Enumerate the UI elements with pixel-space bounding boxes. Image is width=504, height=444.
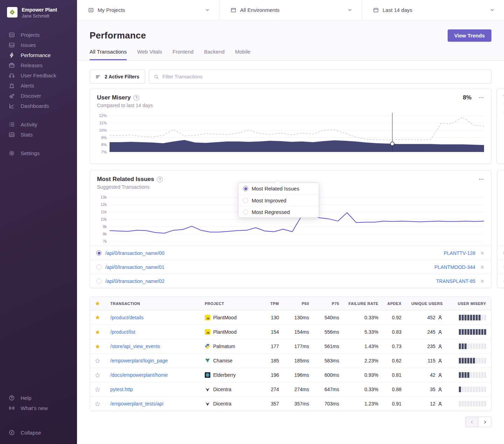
selector-value: Last 14 days [383, 7, 412, 13]
active-filters-button[interactable]: 2 Active Filters [90, 70, 145, 84]
issue-link[interactable]: PLANTMOOD-344 [434, 264, 475, 270]
menu-item-most-regressed[interactable]: Most Regressed [238, 206, 319, 217]
selector-last-14-days[interactable]: Last 14 days [362, 0, 504, 20]
menu-item-radio[interactable] [243, 209, 248, 215]
transaction-link[interactable]: /product/list [110, 329, 135, 335]
tab-all-transactions[interactable]: All Transactions [90, 49, 127, 60]
broadcast-icon [8, 405, 15, 411]
apdex-value: 0.81 [378, 372, 401, 378]
failure-rate-value: 2.23% [339, 358, 378, 363]
star-toggle[interactable] [95, 329, 110, 335]
transaction-link[interactable]: /store/api_view_events [110, 344, 160, 349]
remove-transaction-button[interactable] [480, 279, 485, 284]
issue-link[interactable]: PLANTTV-128 [444, 250, 475, 256]
p75-value: 647ms [309, 387, 339, 392]
transaction-link[interactable]: /api/0/transaction_name/01 [105, 264, 164, 270]
star-toggle[interactable] [95, 344, 110, 349]
sidebar-item-settings[interactable]: Settings [0, 148, 77, 158]
misery-bar [470, 315, 472, 320]
sidebar-item-what-s-new[interactable]: What’s new [0, 403, 77, 413]
unique-users-value: 35 [430, 387, 435, 392]
sidebar-item-label: Help [21, 395, 31, 401]
transaction-radio[interactable] [96, 264, 102, 270]
sidebar-item-projects[interactable]: Projects [0, 30, 77, 40]
misery-bar [476, 387, 478, 392]
selector-my-projects[interactable]: My Projects [77, 0, 219, 20]
ellipsis-icon [478, 176, 484, 182]
star-outline-icon [95, 401, 100, 407]
failure-rate-value: 1.23% [339, 401, 378, 407]
transaction-link[interactable]: /api/0/transaction_name/00 [105, 250, 164, 256]
tab-backend[interactable]: Backend [204, 49, 224, 60]
close-icon [480, 265, 485, 270]
misery-bar [476, 372, 478, 378]
y-axis-label: 12% [99, 113, 107, 118]
transaction-link[interactable]: /docs/empowerplant/home [110, 372, 168, 378]
misery-bar [464, 358, 467, 363]
star-filled-icon [95, 344, 100, 349]
misery-bar [464, 344, 467, 349]
tab-frontend[interactable]: Frontend [173, 49, 194, 60]
card-menu-button[interactable] [478, 95, 484, 100]
sidebar-item-stats[interactable]: Stats [0, 130, 77, 140]
key-transactions-star-icon[interactable] [95, 301, 110, 306]
widget-transaction-row: /api/0/transaction_name/BXXXmsXXXms [497, 260, 504, 274]
tab-mobile[interactable]: Mobile [235, 49, 250, 60]
star-toggle[interactable] [95, 358, 110, 363]
transaction-link[interactable]: /api/0/transaction_name/02 [105, 278, 164, 284]
misery-bar [484, 358, 486, 363]
transaction-radio[interactable] [96, 278, 102, 284]
sidebar-item-alerts[interactable]: Alerts [0, 81, 77, 91]
page-body: 2 Active Filters User Misery?8%Compared … [77, 70, 504, 427]
transaction-link[interactable]: pytest.http [110, 387, 133, 392]
sidebar-item-releases[interactable]: Releases [0, 60, 77, 70]
sidebar-item-issues[interactable]: Issues [0, 40, 77, 50]
calendar-icon [373, 7, 379, 13]
widget-menu-button[interactable] [478, 176, 484, 182]
star-toggle[interactable] [95, 387, 110, 392]
selector-value: All Environments [240, 7, 280, 13]
sidebar-item-help[interactable]: Help [0, 393, 77, 403]
column-header-user-misery: USER MISERY [443, 301, 486, 306]
transaction-link[interactable]: /product/details [110, 315, 144, 320]
menu-item-most-improved[interactable]: Most Improved [238, 194, 319, 206]
misery-bar [467, 344, 469, 349]
menu-item-radio[interactable] [243, 198, 248, 203]
transaction-link[interactable]: /empowerplant/login_page [110, 358, 168, 363]
sidebar-item-label: Performance [21, 52, 51, 58]
issue-link[interactable]: TRANSPLANT-85 [436, 278, 475, 284]
user-misery-bars [443, 358, 486, 363]
y-axis-label: 9k [103, 224, 107, 229]
selector-all-environments[interactable]: All Environments [219, 0, 362, 20]
transaction-link[interactable]: /empowerplant_tests/api [110, 401, 163, 407]
misery-bar [481, 315, 483, 320]
y-axis-label: 13k [100, 195, 107, 200]
unique-users-value: 235 [427, 344, 435, 349]
sidebar-item-discover[interactable]: Discover [0, 91, 77, 101]
star-toggle[interactable] [95, 401, 110, 407]
menu-item-radio[interactable] [243, 186, 248, 191]
user-misery-bars [443, 387, 486, 392]
remove-transaction-button[interactable] [480, 251, 485, 256]
empower-plant-logo-icon [9, 9, 15, 15]
transaction-radio[interactable] [96, 250, 102, 256]
view-trends-button[interactable]: View Trends [448, 29, 491, 42]
sidebar-item-performance[interactable]: Performance [0, 50, 77, 60]
misery-bar [481, 401, 483, 407]
p75-value: 600ms [309, 372, 339, 378]
star-toggle[interactable] [95, 315, 110, 320]
sidebar-item-activity[interactable]: Activity [0, 119, 77, 130]
next-page-button[interactable] [478, 417, 491, 427]
misery-bar [462, 387, 464, 392]
org-header[interactable]: Empower Plant Jane Schmidt [0, 0, 77, 19]
sidebar-item-user-feedback[interactable]: User Feedback [0, 70, 77, 81]
collapse-button[interactable]: Collapse [0, 428, 77, 438]
sidebar-item-dashboards[interactable]: Dashboards [0, 101, 77, 111]
search-input[interactable] [162, 74, 486, 79]
remove-transaction-button[interactable] [480, 265, 485, 270]
tab-web-vitals[interactable]: Web Vitals [137, 49, 162, 60]
global-filter-bar: My ProjectsAll EnvironmentsLast 14 days [77, 0, 504, 20]
menu-item-most-related-issues[interactable]: Most Related Issues [238, 183, 319, 194]
star-toggle[interactable] [95, 373, 110, 378]
user-icon [438, 373, 443, 378]
